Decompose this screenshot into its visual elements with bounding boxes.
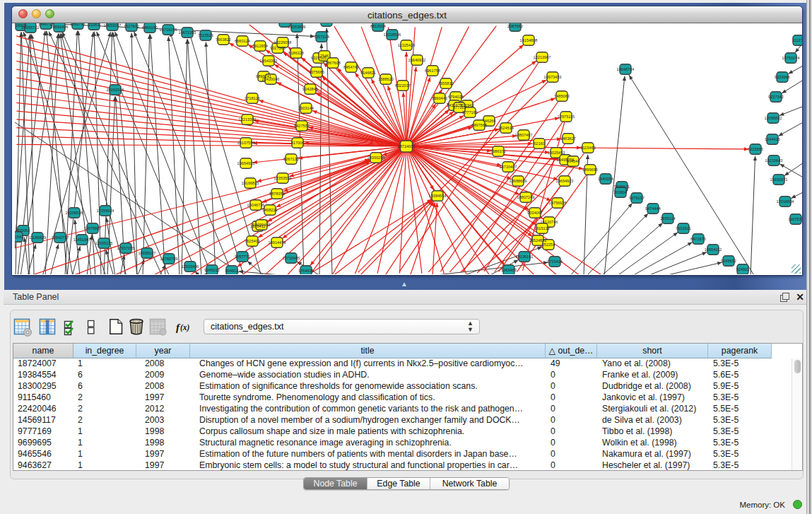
- svg-text:6466160: 6466160: [142, 25, 158, 30]
- svg-text:12213967: 12213967: [534, 55, 551, 59]
- svg-text:16648784: 16648784: [617, 67, 635, 71]
- svg-text:9379197: 9379197: [629, 196, 645, 200]
- svg-text:15640932: 15640932: [408, 58, 426, 62]
- svg-text:10654112: 10654112: [705, 247, 722, 252]
- svg-text:2935114: 2935114: [660, 216, 675, 221]
- svg-text:8660124: 8660124: [235, 39, 250, 43]
- svg-text:5935921: 5935921: [614, 185, 630, 189]
- svg-text:16782759: 16782759: [160, 257, 178, 261]
- svg-text:9115460: 9115460: [580, 146, 595, 150]
- svg-text:7357224: 7357224: [314, 35, 329, 39]
- svg-text:10807467: 10807467: [515, 133, 533, 137]
- svg-text:13226058: 13226058: [274, 40, 292, 45]
- svg-text:22420046: 22420046: [262, 77, 280, 81]
- svg-text:9327505: 9327505: [270, 46, 286, 50]
- svg-text:16914479: 16914479: [269, 240, 286, 245]
- svg-text:16543382: 16543382: [260, 59, 278, 63]
- svg-text:417006: 417006: [291, 141, 305, 145]
- svg-text:9034067: 9034067: [527, 211, 543, 215]
- svg-text:10025453: 10025453: [548, 151, 565, 155]
- svg-text:7515526: 7515526: [198, 33, 213, 37]
- svg-text:111278: 111278: [792, 38, 802, 42]
- svg-text:9245012: 9245012: [204, 268, 220, 272]
- svg-text:20206536: 20206536: [66, 211, 83, 215]
- svg-text:6794028: 6794028: [448, 95, 464, 99]
- svg-text:10975887: 10975887: [84, 226, 102, 230]
- svg-text:1733426: 1733426: [547, 259, 563, 264]
- svg-text:20691406: 20691406: [51, 25, 69, 29]
- svg-text:11325419: 11325419: [398, 43, 415, 47]
- svg-text:14099489: 14099489: [253, 223, 271, 227]
- svg-text:2867608: 2867608: [325, 61, 341, 65]
- svg-text:10671355: 10671355: [179, 30, 196, 35]
- svg-text:3375685: 3375685: [309, 70, 324, 74]
- svg-text:9777169: 9777169: [462, 110, 478, 115]
- svg-text:9227342: 9227342: [768, 95, 784, 99]
- svg-text:12213382: 12213382: [239, 117, 257, 122]
- svg-text:18724007: 18724007: [398, 144, 416, 148]
- svg-text:7632621: 7632621: [676, 226, 691, 230]
- svg-text:11156829: 11156829: [29, 235, 46, 240]
- svg-text:1527602: 1527602: [124, 24, 139, 28]
- svg-text:12942737: 12942737: [52, 235, 69, 240]
- svg-text:2546: 2546: [320, 54, 329, 58]
- svg-text:3624514: 3624514: [498, 126, 514, 130]
- svg-text:977169: 977169: [453, 105, 466, 110]
- svg-text:8267130: 8267130: [283, 157, 299, 161]
- svg-text:2087682: 2087682: [507, 24, 523, 28]
- svg-text:18807249: 18807249: [517, 195, 535, 199]
- svg-text:2718126: 2718126: [245, 96, 260, 100]
- svg-text:(x): (x): [180, 323, 190, 332]
- svg-text:10046736: 10046736: [247, 203, 265, 207]
- svg-text:16154808: 16154808: [520, 38, 538, 42]
- svg-text:804912: 804912: [225, 269, 239, 273]
- svg-text:9245652: 9245652: [721, 259, 736, 263]
- svg-text:11451947: 11451947: [73, 238, 90, 242]
- svg-text:1069483: 1069483: [501, 268, 517, 272]
- svg-text:15692971: 15692971: [770, 177, 788, 182]
- svg-text:7663822: 7663822: [216, 37, 231, 42]
- svg-text:9474444: 9474444: [645, 206, 661, 211]
- svg-text:935051: 935051: [17, 228, 30, 233]
- svg-text:1167533: 1167533: [788, 217, 802, 221]
- svg-text:19166825: 19166825: [242, 181, 259, 185]
- svg-text:18300295: 18300295: [367, 156, 385, 160]
- svg-text:16210643: 16210643: [765, 158, 783, 163]
- svg-text:26053346: 26053346: [107, 88, 124, 92]
- svg-text:17957255: 17957255: [117, 246, 135, 250]
- svg-text:8813054: 8813054: [370, 24, 386, 28]
- svg-text:8322037: 8322037: [395, 83, 411, 88]
- svg-text:303804: 303804: [614, 190, 628, 194]
- svg-text:14136141: 14136141: [516, 255, 534, 259]
- svg-text:12923486: 12923486: [182, 264, 199, 269]
- svg-text:19654923: 19654923: [556, 179, 574, 183]
- svg-text:6497568: 6497568: [471, 123, 487, 127]
- svg-text:19384554: 19384554: [429, 194, 447, 198]
- svg-text:8912954: 8912954: [252, 44, 268, 48]
- svg-text:10653267: 10653267: [104, 23, 122, 28]
- svg-text:9463627: 9463627: [560, 136, 576, 141]
- svg-text:7955812: 7955812: [438, 81, 454, 86]
- svg-text:8215955: 8215955: [748, 147, 763, 151]
- svg-text:8878352: 8878352: [269, 192, 285, 196]
- svg-text:62160: 62160: [534, 141, 545, 146]
- svg-text:21061: 21061: [88, 23, 100, 27]
- svg-text:252254: 252254: [542, 243, 555, 247]
- svg-text:904544: 904544: [567, 159, 580, 163]
- svg-text:15716485: 15716485: [283, 256, 300, 260]
- svg-text:2903144: 2903144: [298, 106, 314, 110]
- svg-text:1615132: 1615132: [534, 226, 550, 230]
- svg-text:8454749: 8454749: [343, 65, 359, 69]
- svg-text:924501: 924501: [736, 267, 750, 271]
- svg-text:19756928: 19756928: [549, 201, 567, 205]
- svg-text:15720407: 15720407: [500, 165, 517, 169]
- svg-text:5498222: 5498222: [262, 208, 278, 212]
- svg-text:16053809: 16053809: [288, 25, 306, 29]
- svg-text:19218506: 19218506: [384, 33, 401, 37]
- svg-text:7485063: 7485063: [554, 94, 570, 98]
- svg-text:1640954: 1640954: [598, 177, 613, 181]
- svg-text:8990443: 8990443: [432, 96, 447, 100]
- svg-text:9329966: 9329966: [775, 75, 790, 79]
- svg-text:17359924: 17359924: [97, 209, 114, 213]
- svg-text:7625402: 7625402: [245, 239, 260, 243]
